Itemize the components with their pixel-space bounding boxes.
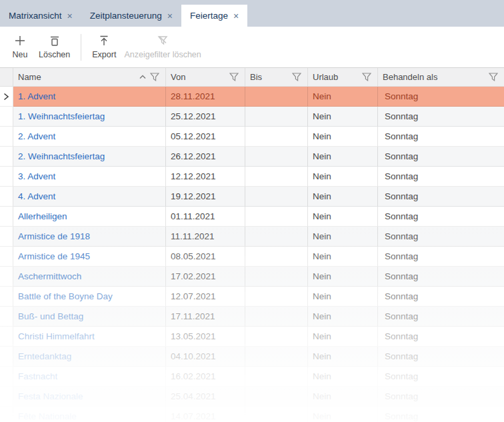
cell-bis[interactable] [245,267,308,287]
column-header-von[interactable]: Von [166,68,245,86]
cell-von[interactable]: 25.04.2021 [166,387,245,407]
cell-behandeln-als[interactable]: Sonntag [378,167,504,187]
cell-behandeln-als[interactable]: Sonntag [378,207,504,227]
cell-urlaub[interactable]: Nein [308,247,378,267]
table-row[interactable]: Festa Nazionale 25.04.2021 Nein Sonntag [0,387,504,407]
cell-von[interactable]: 14.07.2021 [166,407,245,422]
cell-name[interactable]: Fastnacht [13,367,166,387]
cell-name[interactable]: 1. Advent [13,87,166,107]
cell-von[interactable]: 05.12.2021 [166,127,245,147]
cell-behandeln-als[interactable]: Sonntag [378,327,504,347]
cell-urlaub[interactable]: Nein [308,387,378,407]
funnel-icon[interactable] [229,73,239,81]
cell-behandeln-als[interactable]: Sonntag [378,287,504,307]
cell-name[interactable]: 2. Weihnachtsfeiertag [13,147,166,167]
table-row[interactable]: Erntedanktag 04.10.2021 Nein Sonntag [0,347,504,367]
clear-display-filter-button[interactable]: Anzeigefilter löschen [120,35,205,59]
row-selector[interactable] [0,247,13,267]
cell-urlaub[interactable]: Nein [308,267,378,287]
cell-name[interactable]: Allerheiligen [13,207,166,227]
cell-urlaub[interactable]: Nein [308,327,378,347]
row-selector[interactable] [0,167,13,187]
export-button[interactable]: Export [88,35,120,59]
column-header-name[interactable]: Name [13,68,166,86]
new-button[interactable]: Neu [5,35,35,59]
row-selector[interactable] [0,307,13,327]
tab-zeitplansteuerung[interactable]: Zeitplansteuerung × [81,5,181,27]
cell-name[interactable]: 3. Advent [13,167,166,187]
row-selector[interactable] [0,207,13,227]
table-row[interactable]: 4. Advent 19.12.2021 Nein Sonntag [0,187,504,207]
cell-von[interactable]: 12.12.2021 [166,167,245,187]
cell-name[interactable]: Buß- und Bettag [13,307,166,327]
table-row[interactable]: 1. Weihnachtsfeiertag 25.12.2021 Nein So… [0,107,504,127]
row-selector[interactable] [0,107,13,127]
cell-von[interactable]: 01.11.2021 [166,207,245,227]
cell-behandeln-als[interactable]: Sonntag [378,187,504,207]
cell-name[interactable]: Christi Himmelfahrt [13,327,166,347]
tab-feiertage[interactable]: Feiertage × [181,5,247,27]
cell-bis[interactable] [245,287,308,307]
cell-behandeln-als[interactable]: Sonntag [378,367,504,387]
cell-bis[interactable] [245,187,308,207]
cell-bis[interactable] [245,387,308,407]
cell-behandeln-als[interactable]: Sonntag [378,347,504,367]
cell-bis[interactable] [245,207,308,227]
cell-name[interactable]: 2. Advent [13,127,166,147]
cell-bis[interactable] [245,87,308,107]
delete-button[interactable]: Löschen [35,35,74,59]
cell-behandeln-als[interactable]: Sonntag [378,407,504,422]
cell-von[interactable]: 11.11.2021 [166,227,245,247]
cell-urlaub[interactable]: Nein [308,127,378,147]
cell-behandeln-als[interactable]: Sonntag [378,107,504,127]
cell-behandeln-als[interactable]: Sonntag [378,267,504,287]
cell-behandeln-als[interactable]: Sonntag [378,307,504,327]
cell-behandeln-als[interactable]: Sonntag [378,387,504,407]
table-row[interactable]: 3. Advent 12.12.2021 Nein Sonntag [0,167,504,187]
row-selector[interactable] [0,367,13,387]
cell-von[interactable]: 04.10.2021 [166,347,245,367]
cell-urlaub[interactable]: Nein [308,307,378,327]
cell-name[interactable]: 1. Weihnachtsfeiertag [13,107,166,127]
cell-von[interactable]: 19.12.2021 [166,187,245,207]
cell-name[interactable]: Armistice de 1918 [13,227,166,247]
cell-behandeln-als[interactable]: Sonntag [378,247,504,267]
funnel-icon[interactable] [362,73,371,81]
table-row[interactable]: Christi Himmelfahrt 13.05.2021 Nein Sonn… [0,327,504,347]
cell-urlaub[interactable]: Nein [308,407,378,422]
funnel-icon[interactable] [292,73,301,81]
tab-matrixansicht[interactable]: Matrixansicht × [0,5,81,27]
cell-urlaub[interactable]: Nein [308,187,378,207]
cell-name[interactable]: Armistice de 1945 [13,247,166,267]
cell-urlaub[interactable]: Nein [308,107,378,127]
table-row[interactable]: Aschermittwoch 17.02.2021 Nein Sonntag [0,267,504,287]
row-selector[interactable] [0,87,13,107]
row-selector[interactable] [0,327,13,347]
cell-urlaub[interactable]: Nein [308,147,378,167]
cell-bis[interactable] [245,167,308,187]
cell-von[interactable]: 16.02.2021 [166,367,245,387]
column-header-bis[interactable]: Bis [245,68,308,86]
cell-name[interactable]: 4. Advent [13,187,166,207]
cell-urlaub[interactable]: Nein [308,287,378,307]
row-selector[interactable] [0,407,13,422]
cell-bis[interactable] [245,327,308,347]
cell-urlaub[interactable]: Nein [308,347,378,367]
row-selector[interactable] [0,147,13,167]
cell-von[interactable]: 25.12.2021 [166,107,245,127]
row-selector[interactable] [0,127,13,147]
table-row[interactable]: Armistice de 1918 11.11.2021 Nein Sonnta… [0,227,504,247]
table-row[interactable]: Fête Nationale 14.07.2021 Nein Sonntag [0,407,504,422]
cell-von[interactable]: 28.11.2021 [166,87,245,107]
table-row[interactable]: 1. Advent 28.11.2021 Nein Sonntag [0,87,504,107]
cell-von[interactable]: 26.12.2021 [166,147,245,167]
row-selector[interactable] [0,227,13,247]
cell-von[interactable]: 12.07.2021 [166,287,245,307]
column-header-urlaub[interactable]: Urlaub [308,68,378,86]
cell-bis[interactable] [245,127,308,147]
funnel-icon[interactable] [489,73,498,81]
cell-von[interactable]: 17.02.2021 [166,267,245,287]
cell-bis[interactable] [245,227,308,247]
table-row[interactable]: 2. Weihnachtsfeiertag 26.12.2021 Nein So… [0,147,504,167]
row-selector[interactable] [0,287,13,307]
